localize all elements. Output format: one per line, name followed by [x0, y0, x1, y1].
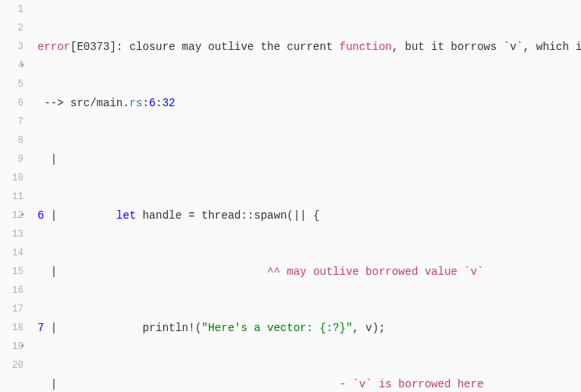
code-line: 7 | println!("Here's a vector: {:?}", v)…	[37, 319, 581, 337]
line-number: 14	[0, 244, 23, 262]
fold-icon[interactable]: ▾	[20, 56, 25, 75]
line-number: 6	[0, 94, 23, 112]
line-number: 15	[0, 262, 23, 281]
line-number: 17	[0, 300, 23, 319]
line-number: 18	[0, 319, 23, 337]
error-keyword: error	[37, 41, 70, 53]
line-number: 9	[0, 150, 23, 169]
line-number: 3	[0, 37, 23, 56]
line-number: 16	[0, 281, 23, 300]
line-gutter: 1234▾56789101112▾13141516171819▾20	[0, 0, 31, 392]
code-editor[interactable]: 1234▾56789101112▾13141516171819▾20 error…	[0, 0, 581, 392]
code-line: --> src/main.rs:6:32	[37, 94, 581, 112]
line-number: 4▾	[0, 56, 23, 75]
line-number: 13	[0, 225, 23, 244]
line-number: 7	[0, 112, 23, 131]
code-area[interactable]: error[E0373]: closure may outlive the cu…	[31, 0, 581, 392]
line-number: 19▾	[0, 337, 23, 356]
line-number: 2	[0, 19, 23, 37]
line-number: 20	[0, 356, 23, 375]
code-line: error[E0373]: closure may outlive the cu…	[37, 37, 581, 56]
line-number: 8	[0, 131, 23, 150]
code-line: | ^^ may outlive borrowed value `v`	[37, 262, 581, 281]
line-number: 5	[0, 75, 23, 94]
line-number: 10	[0, 169, 23, 187]
line-number: 11	[0, 187, 23, 206]
code-line: 6 | let handle = thread::spawn(|| {	[37, 206, 581, 225]
code-line: |	[37, 150, 581, 169]
code-line: | - `v` is borrowed here	[37, 375, 581, 392]
fold-icon[interactable]: ▾	[20, 206, 25, 225]
line-number: 1	[0, 0, 23, 19]
fold-icon[interactable]: ▾	[20, 337, 25, 356]
line-number: 12▾	[0, 206, 23, 225]
